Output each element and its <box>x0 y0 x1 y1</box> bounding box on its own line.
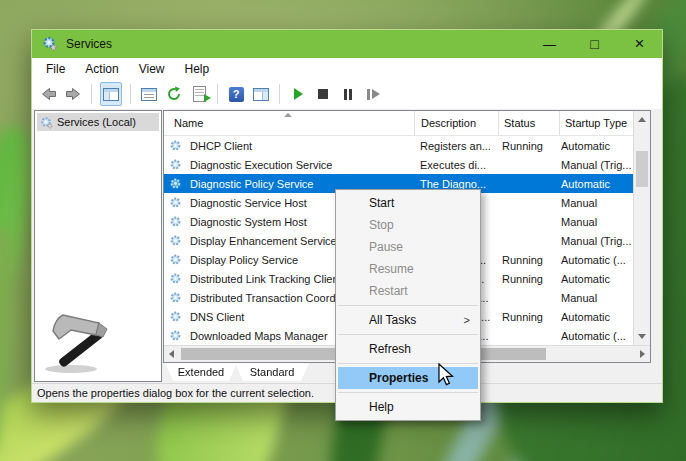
menu-item-label: Properties <box>369 371 428 385</box>
menu-item-stop: Stop <box>336 214 480 236</box>
service-startup-type: Automatic <box>561 177 635 191</box>
service-gear-icon <box>169 158 182 174</box>
menu-item-label: Resume <box>369 262 414 276</box>
menu-item-label: Pause <box>369 240 403 254</box>
column-header-description[interactable]: Description <box>421 117 476 129</box>
menu-item-properties[interactable]: Properties <box>338 367 478 389</box>
vertical-scrollbar[interactable] <box>633 111 650 345</box>
service-startup-type: Manual <box>561 196 635 210</box>
service-name: Display Policy Service <box>190 253 298 267</box>
menu-file[interactable]: File <box>36 60 75 78</box>
maximize-button[interactable]: □ <box>572 30 617 58</box>
service-name: Downloaded Maps Manager <box>190 329 328 343</box>
service-gear-icon <box>169 253 182 269</box>
service-name: Distributed Link Tracking Client <box>190 272 342 286</box>
submenu-arrow-icon: > <box>464 309 470 331</box>
service-startup-type: Manual (Trig... <box>561 234 635 248</box>
service-status: Running <box>502 310 543 324</box>
service-name: DHCP Client <box>190 139 252 153</box>
menu-help[interactable]: Help <box>175 60 220 78</box>
menu-separator <box>338 363 478 364</box>
menu-item-label: Help <box>369 400 394 414</box>
title-bar[interactable]: Services — □ × <box>32 30 662 58</box>
show-hide-console-tree-icon[interactable] <box>100 82 122 106</box>
scroll-left-icon[interactable] <box>169 350 174 358</box>
service-gear-icon <box>169 139 182 155</box>
window-title: Services <box>66 37 112 51</box>
close-button[interactable]: × <box>617 30 662 58</box>
start-service-icon[interactable] <box>288 83 308 105</box>
menu-view[interactable]: View <box>129 60 175 78</box>
service-status: Running <box>502 272 543 286</box>
menu-item-all-tasks[interactable]: All Tasks> <box>336 309 480 331</box>
menu-action[interactable]: Action <box>75 60 128 78</box>
service-startup-type: Manual <box>561 291 635 305</box>
scroll-up-icon[interactable] <box>638 117 646 122</box>
list-header: Name Description Status Startup Type <box>164 111 633 136</box>
menu-item-refresh[interactable]: Refresh <box>336 338 480 360</box>
menu-item-start[interactable]: Start <box>336 192 480 214</box>
service-startup-type: Automatic <box>561 272 635 286</box>
service-gear-icon <box>169 215 182 231</box>
tab-extended[interactable]: Extended <box>165 363 237 381</box>
pause-service-icon[interactable] <box>338 83 358 105</box>
tab-standard[interactable]: Standard <box>235 363 309 381</box>
service-row[interactable]: Diagnostic Execution ServiceExecutes di.… <box>164 155 633 174</box>
service-gear-icon <box>169 329 182 345</box>
service-status: Running <box>502 253 543 267</box>
tree-item-services-local[interactable]: Services (Local) <box>37 113 159 131</box>
export-list-icon[interactable] <box>189 83 209 105</box>
column-header-status[interactable]: Status <box>504 117 535 129</box>
service-row[interactable]: DHCP ClientRegisters an...RunningAutomat… <box>164 136 633 155</box>
forward-icon[interactable] <box>63 83 83 105</box>
mouse-cursor <box>437 363 455 391</box>
properties-icon[interactable] <box>139 83 159 105</box>
service-startup-type: Automatic <box>561 310 635 324</box>
refresh-icon[interactable] <box>164 83 184 105</box>
context-menu: StartStopPauseResumeRestartAll Tasks>Ref… <box>335 189 481 421</box>
scroll-right-icon[interactable] <box>640 350 645 358</box>
service-startup-type: Automatic (... <box>561 253 635 267</box>
menu-item-label: All Tasks <box>369 313 416 327</box>
menu-separator <box>338 334 478 335</box>
vertical-scroll-thumb[interactable] <box>636 151 648 187</box>
status-text: Opens the properties dialog box for the … <box>37 387 314 399</box>
service-description: Executes di... <box>420 158 498 172</box>
sort-ascending-icon <box>284 113 292 117</box>
menu-item-resume: Resume <box>336 258 480 280</box>
menu-item-pause: Pause <box>336 236 480 258</box>
service-gear-icon <box>169 310 182 326</box>
service-name: Diagnostic Service Host <box>190 196 307 210</box>
menu-item-label: Refresh <box>369 342 411 356</box>
console-tree-panel: Services (Local) <box>34 110 162 382</box>
hammer-icon <box>41 309 121 379</box>
scroll-down-icon[interactable] <box>638 334 646 339</box>
service-name: Diagnostic Policy Service <box>190 177 314 191</box>
menu-item-help[interactable]: Help <box>336 396 480 418</box>
column-header-startup-type[interactable]: Startup Type <box>565 117 627 129</box>
services-node-icon <box>40 116 53 129</box>
help-icon[interactable]: ? <box>226 83 246 105</box>
service-gear-icon <box>169 272 182 288</box>
back-icon[interactable] <box>38 83 58 105</box>
service-startup-type: Automatic <box>561 139 635 153</box>
restart-service-icon[interactable] <box>363 83 383 105</box>
service-name: DNS Client <box>190 310 244 324</box>
service-status: Running <box>502 139 543 153</box>
minimize-button[interactable]: — <box>527 30 572 58</box>
service-gear-icon <box>169 196 182 212</box>
menu-bar: File Action View Help <box>32 58 662 79</box>
service-startup-type: Manual (Trig... <box>561 158 635 172</box>
menu-separator <box>338 392 478 393</box>
tree-item-label: Services (Local) <box>57 116 136 128</box>
show-hide-action-pane-icon[interactable] <box>251 83 271 105</box>
menu-item-label: Stop <box>369 218 394 232</box>
stop-service-icon[interactable] <box>313 83 333 105</box>
service-name: Display Enhancement Service <box>190 234 337 248</box>
service-description: Registers an... <box>420 139 498 153</box>
service-startup-type: Automatic (... <box>561 329 635 343</box>
menu-item-label: Start <box>369 196 394 210</box>
column-header-name[interactable]: Name <box>174 117 203 129</box>
service-gear-icon <box>169 177 182 193</box>
menu-separator <box>338 305 478 306</box>
